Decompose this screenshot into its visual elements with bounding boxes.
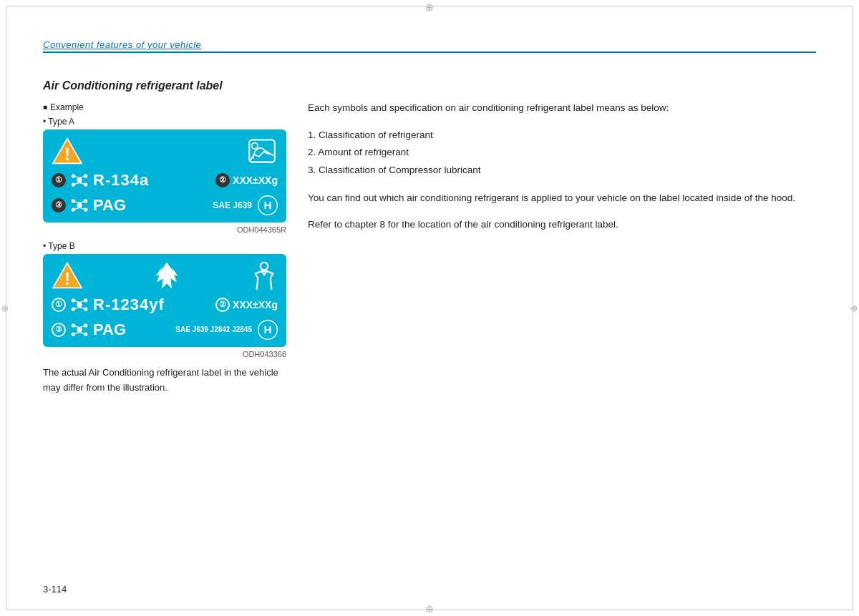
svg-point-7 [72, 182, 75, 186]
svg-line-46 [79, 332, 84, 333]
warning-icon-b: ! [52, 261, 83, 290]
list-item-3: 3. Classification of Compressor lubrican… [308, 162, 816, 179]
left-column: Air Conditioning refrigerant label Examp… [43, 79, 286, 395]
fire-icon [153, 261, 180, 290]
odh-type-a: ODH044365R [43, 225, 286, 234]
intro-paragraph: Each symbols and specification on air co… [308, 100, 816, 117]
svg-text:H: H [263, 199, 271, 211]
sae-hyundai-b: SAE J639 J2842 J2845 H [175, 320, 278, 340]
svg-point-42 [84, 332, 87, 336]
warning-icon: ! [52, 137, 83, 165]
amount-type-b: ② XXX±XXg [215, 298, 278, 312]
svg-point-31 [84, 298, 87, 302]
svg-line-19 [79, 202, 84, 203]
sae-hyundai-row: SAE J639 H [213, 195, 278, 215]
svg-point-4 [77, 177, 82, 182]
refrigerant-label-b: ① R-1234yf [52, 295, 165, 314]
svg-point-3 [252, 142, 258, 148]
svg-line-43 [75, 326, 79, 328]
odh-type-b: ODH043366 [43, 350, 286, 358]
hyundai-logo-b: H [258, 320, 278, 340]
amount-type-a: ② XXX±XXg [215, 173, 278, 187]
svg-line-45 [75, 332, 79, 333]
sae-type-b: SAE J639 J2842 J2845 [175, 326, 252, 333]
svg-point-32 [72, 307, 75, 311]
lubricant-label-b: ③ PAG [52, 321, 126, 339]
svg-point-13 [77, 202, 82, 207]
circle-1-b: ① [52, 298, 66, 312]
lubricant-type-a: PAG [93, 196, 126, 215]
refrigerant-type-b: R-1234yf [93, 295, 165, 314]
svg-point-8 [84, 182, 87, 186]
svg-line-10 [79, 177, 84, 178]
svg-line-11 [75, 182, 79, 184]
footer-text: The actual Air Conditioning refrigerant … [43, 366, 286, 396]
svg-line-18 [75, 202, 79, 203]
section-title: Air Conditioning refrigerant label [43, 79, 286, 94]
refrigerant-label: ① R-134a [52, 171, 149, 190]
svg-line-34 [75, 301, 79, 303]
svg-line-20 [75, 207, 79, 209]
example-label: Example [43, 102, 286, 112]
circle-3: ③ [52, 198, 66, 212]
svg-point-14 [72, 199, 75, 202]
svg-line-36 [75, 307, 79, 308]
type-b-card: ! ① [43, 254, 286, 347]
svg-point-27 [261, 263, 268, 270]
svg-point-15 [84, 199, 87, 202]
svg-point-17 [84, 207, 87, 211]
svg-line-35 [79, 301, 84, 303]
header-section: Convenient features of your vehicle [43, 39, 816, 53]
car-seat-icon [246, 137, 278, 165]
hyundai-logo: H [258, 195, 278, 215]
svg-line-12 [79, 182, 84, 184]
svg-point-16 [72, 207, 75, 211]
lubricant-label: ③ PAG [52, 196, 126, 215]
svg-point-30 [72, 298, 75, 302]
svg-point-6 [84, 174, 87, 177]
type-a-top-row: ! [52, 137, 278, 165]
numbered-list: 1. Classification of refrigerant 2. Amou… [308, 127, 816, 179]
svg-text:!: ! [64, 269, 70, 288]
svg-point-33 [84, 307, 87, 311]
svg-point-40 [84, 323, 87, 327]
sae-type-a: SAE J639 [213, 200, 252, 210]
type-b-bottom-row: ③ PAG SAE J639 J2842 J2 [52, 320, 278, 340]
svg-point-5 [72, 174, 75, 177]
svg-point-38 [77, 327, 82, 332]
svg-point-29 [77, 302, 82, 307]
main-content: Air Conditioning refrigerant label Examp… [43, 79, 816, 395]
circle-2-b: ② [215, 298, 230, 312]
circle-2: ② [215, 173, 230, 187]
type-b-label: • Type B [43, 241, 286, 251]
right-column: Each symbols and specification on air co… [308, 79, 816, 395]
svg-text:H: H [263, 323, 271, 336]
svg-point-41 [72, 332, 75, 336]
circle-1: ① [52, 173, 66, 187]
body-paragraph-1: You can find out which air conditioning … [308, 190, 816, 207]
header-line [43, 52, 816, 53]
svg-point-39 [72, 323, 75, 327]
svg-line-21 [79, 207, 84, 209]
svg-line-37 [79, 307, 84, 308]
molecule-icon-2 [70, 196, 89, 215]
type-b-top-row: ! [52, 261, 278, 290]
svg-text:!: ! [64, 145, 70, 164]
type-a-card: ! ① [43, 129, 286, 223]
list-item-2: 2. Amount of refrigerant [308, 144, 816, 161]
svg-line-9 [75, 177, 79, 178]
svg-line-44 [79, 326, 84, 328]
refrigerant-type-a: R-134a [93, 171, 149, 190]
molecule-icon [70, 171, 89, 190]
page-number: 3-114 [43, 584, 67, 595]
lubricant-type-b: PAG [93, 321, 126, 339]
svg-marker-26 [155, 263, 178, 289]
circle-3-b: ③ [52, 323, 66, 337]
person-icon [251, 261, 278, 290]
list-item-1: 1. Classification of refrigerant [308, 127, 816, 144]
molecule-icon-b [70, 295, 89, 314]
type-a-middle-row: ① R-134a ② [52, 171, 278, 190]
page-title: Convenient features of your vehicle [43, 39, 816, 50]
molecule-icon-b2 [70, 321, 89, 339]
body-paragraph-2: Refer to chapter 8 for the location of t… [308, 217, 816, 233]
